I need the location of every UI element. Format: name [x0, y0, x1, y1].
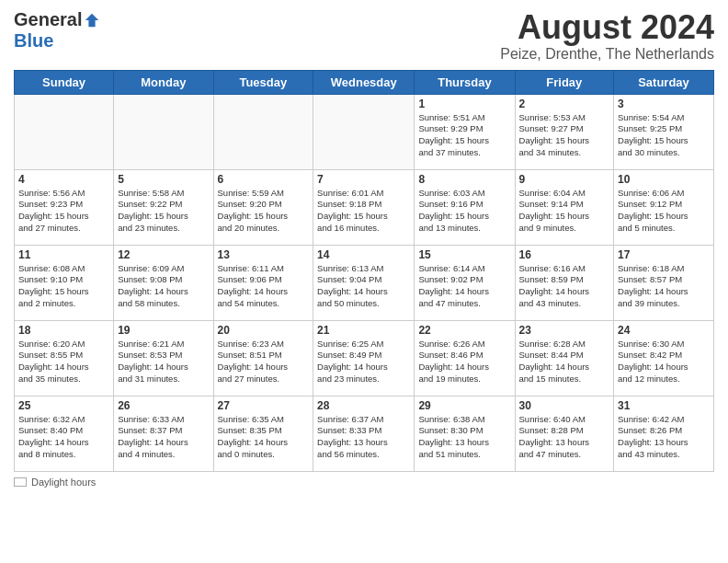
- day-number: 20: [218, 324, 310, 337]
- day-number: 22: [418, 324, 510, 337]
- calendar-cell: 10Sunrise: 6:06 AM Sunset: 9:12 PM Dayli…: [614, 169, 714, 245]
- day-detail: Sunrise: 6:33 AM Sunset: 8:37 PM Dayligh…: [118, 414, 209, 461]
- day-detail: Sunrise: 6:40 AM Sunset: 8:28 PM Dayligh…: [519, 414, 610, 461]
- day-number: 10: [618, 173, 710, 186]
- logo-general: General: [14, 9, 82, 30]
- calendar-cell: 29Sunrise: 6:38 AM Sunset: 8:30 PM Dayli…: [415, 396, 515, 471]
- day-number: 16: [519, 248, 610, 261]
- col-header-sunday: Sunday: [15, 70, 114, 94]
- calendar-cell: 4Sunrise: 5:56 AM Sunset: 9:23 PM Daylig…: [15, 169, 114, 245]
- col-header-monday: Monday: [114, 70, 213, 94]
- calendar-cell: 2Sunrise: 5:53 AM Sunset: 9:27 PM Daylig…: [515, 94, 614, 169]
- day-detail: Sunrise: 5:59 AM Sunset: 9:20 PM Dayligh…: [218, 188, 310, 235]
- calendar-week-row: 4Sunrise: 5:56 AM Sunset: 9:23 PM Daylig…: [15, 169, 714, 245]
- day-detail: Sunrise: 6:13 AM Sunset: 9:04 PM Dayligh…: [317, 263, 410, 310]
- day-detail: Sunrise: 5:56 AM Sunset: 9:23 PM Dayligh…: [18, 188, 109, 235]
- daylight-hours-label: Daylight hours: [31, 477, 96, 488]
- calendar-week-row: 25Sunrise: 6:32 AM Sunset: 8:40 PM Dayli…: [15, 396, 714, 471]
- day-number: 23: [519, 324, 610, 337]
- svg-marker-0: [85, 13, 98, 26]
- calendar-cell: 5Sunrise: 5:58 AM Sunset: 9:22 PM Daylig…: [114, 169, 213, 245]
- calendar-cell: 21Sunrise: 6:25 AM Sunset: 8:49 PM Dayli…: [313, 320, 415, 396]
- calendar-cell: 14Sunrise: 6:13 AM Sunset: 9:04 PM Dayli…: [313, 245, 415, 320]
- day-number: 13: [218, 248, 310, 261]
- calendar-cell: 26Sunrise: 6:33 AM Sunset: 8:37 PM Dayli…: [114, 396, 213, 471]
- day-detail: Sunrise: 6:38 AM Sunset: 8:30 PM Dayligh…: [418, 414, 510, 461]
- calendar-cell: 23Sunrise: 6:28 AM Sunset: 8:44 PM Dayli…: [515, 320, 614, 396]
- calendar-week-row: 11Sunrise: 6:08 AM Sunset: 9:10 PM Dayli…: [15, 245, 714, 320]
- calendar-cell: 28Sunrise: 6:37 AM Sunset: 8:33 PM Dayli…: [313, 396, 415, 471]
- header: General Blue August 2024 Peize, Drenthe,…: [14, 9, 714, 63]
- day-detail: Sunrise: 6:01 AM Sunset: 9:18 PM Dayligh…: [317, 188, 410, 235]
- calendar-cell: 6Sunrise: 5:59 AM Sunset: 9:20 PM Daylig…: [213, 169, 313, 245]
- day-number: 29: [418, 399, 510, 412]
- daylight-box-icon: [14, 477, 27, 487]
- calendar-cell: 15Sunrise: 6:14 AM Sunset: 9:02 PM Dayli…: [415, 245, 515, 320]
- day-detail: Sunrise: 6:03 AM Sunset: 9:16 PM Dayligh…: [418, 188, 510, 235]
- day-detail: Sunrise: 5:51 AM Sunset: 9:29 PM Dayligh…: [418, 112, 510, 159]
- day-number: 2: [519, 98, 610, 110]
- day-number: 24: [618, 324, 710, 337]
- day-number: 17: [618, 248, 710, 261]
- calendar-cell: 30Sunrise: 6:40 AM Sunset: 8:28 PM Dayli…: [515, 396, 614, 471]
- day-detail: Sunrise: 5:53 AM Sunset: 9:27 PM Dayligh…: [519, 112, 610, 159]
- day-number: 15: [418, 248, 510, 261]
- calendar-cell: 25Sunrise: 6:32 AM Sunset: 8:40 PM Dayli…: [15, 396, 114, 471]
- day-detail: Sunrise: 6:23 AM Sunset: 8:51 PM Dayligh…: [218, 339, 310, 385]
- logo-text: General: [14, 9, 100, 30]
- calendar-cell: 9Sunrise: 6:04 AM Sunset: 9:14 PM Daylig…: [515, 169, 614, 245]
- day-number: 28: [317, 399, 410, 412]
- calendar-cell: 27Sunrise: 6:35 AM Sunset: 8:35 PM Dayli…: [213, 396, 313, 471]
- day-detail: Sunrise: 6:11 AM Sunset: 9:06 PM Dayligh…: [218, 263, 310, 310]
- day-detail: Sunrise: 6:30 AM Sunset: 8:42 PM Dayligh…: [618, 339, 710, 385]
- day-number: 4: [18, 173, 109, 186]
- col-header-tuesday: Tuesday: [213, 70, 313, 94]
- day-detail: Sunrise: 6:14 AM Sunset: 9:02 PM Dayligh…: [418, 263, 510, 310]
- calendar-cell: 17Sunrise: 6:18 AM Sunset: 8:57 PM Dayli…: [614, 245, 714, 320]
- day-detail: Sunrise: 6:20 AM Sunset: 8:55 PM Dayligh…: [18, 339, 109, 385]
- day-detail: Sunrise: 6:04 AM Sunset: 9:14 PM Dayligh…: [519, 188, 610, 235]
- calendar-cell: 13Sunrise: 6:11 AM Sunset: 9:06 PM Dayli…: [213, 245, 313, 320]
- day-number: 18: [18, 324, 109, 337]
- footer: Daylight hours: [14, 477, 714, 488]
- day-detail: Sunrise: 6:21 AM Sunset: 8:53 PM Dayligh…: [118, 339, 209, 385]
- calendar-cell: 7Sunrise: 6:01 AM Sunset: 9:18 PM Daylig…: [313, 169, 415, 245]
- calendar-cell: 18Sunrise: 6:20 AM Sunset: 8:55 PM Dayli…: [15, 320, 114, 396]
- calendar-cell: 22Sunrise: 6:26 AM Sunset: 8:46 PM Dayli…: [415, 320, 515, 396]
- day-number: 21: [317, 324, 410, 337]
- day-number: 19: [118, 324, 209, 337]
- day-detail: Sunrise: 6:37 AM Sunset: 8:33 PM Dayligh…: [317, 414, 410, 461]
- day-detail: Sunrise: 6:32 AM Sunset: 8:40 PM Dayligh…: [18, 414, 109, 461]
- day-number: 12: [118, 248, 209, 261]
- col-header-thursday: Thursday: [415, 70, 515, 94]
- calendar-cell: 19Sunrise: 6:21 AM Sunset: 8:53 PM Dayli…: [114, 320, 213, 396]
- calendar-cell: 8Sunrise: 6:03 AM Sunset: 9:16 PM Daylig…: [415, 169, 515, 245]
- day-detail: Sunrise: 6:26 AM Sunset: 8:46 PM Dayligh…: [418, 339, 510, 385]
- day-number: 25: [18, 399, 109, 412]
- day-detail: Sunrise: 5:58 AM Sunset: 9:22 PM Dayligh…: [118, 188, 209, 235]
- calendar-cell: [213, 94, 313, 169]
- day-detail: Sunrise: 6:18 AM Sunset: 8:57 PM Dayligh…: [618, 263, 710, 310]
- calendar-cell: 1Sunrise: 5:51 AM Sunset: 9:29 PM Daylig…: [415, 94, 515, 169]
- logo-blue: Blue: [14, 30, 53, 51]
- calendar-cell: 24Sunrise: 6:30 AM Sunset: 8:42 PM Dayli…: [614, 320, 714, 396]
- calendar-cell: 12Sunrise: 6:09 AM Sunset: 9:08 PM Dayli…: [114, 245, 213, 320]
- day-detail: Sunrise: 6:09 AM Sunset: 9:08 PM Dayligh…: [118, 263, 209, 310]
- day-number: 14: [317, 248, 410, 261]
- day-number: 26: [118, 399, 209, 412]
- day-number: 11: [18, 248, 109, 261]
- day-detail: Sunrise: 6:08 AM Sunset: 9:10 PM Dayligh…: [18, 263, 109, 310]
- day-number: 3: [618, 98, 710, 110]
- day-number: 7: [317, 173, 410, 186]
- calendar-cell: [114, 94, 213, 169]
- day-detail: Sunrise: 6:06 AM Sunset: 9:12 PM Dayligh…: [618, 188, 710, 235]
- location: Peize, Drenthe, The Netherlands: [500, 46, 714, 63]
- logo: General Blue: [14, 9, 100, 52]
- day-number: 30: [519, 399, 610, 412]
- col-header-wednesday: Wednesday: [313, 70, 415, 94]
- day-number: 6: [218, 173, 310, 186]
- calendar-table: SundayMondayTuesdayWednesdayThursdayFrid…: [14, 70, 714, 472]
- calendar-cell: 3Sunrise: 5:54 AM Sunset: 9:25 PM Daylig…: [614, 94, 714, 169]
- logo-icon: [84, 12, 100, 29]
- day-number: 31: [618, 399, 710, 412]
